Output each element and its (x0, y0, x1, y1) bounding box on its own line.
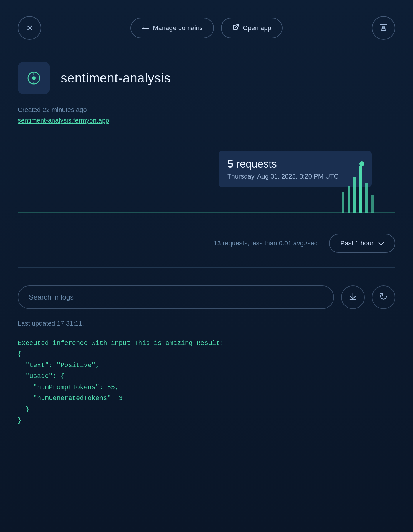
last-updated-text: Last updated 17:31:11. (18, 320, 395, 327)
open-app-label: Open app (243, 24, 271, 32)
open-app-button[interactable]: Open app (221, 18, 283, 38)
section-divider (18, 267, 395, 268)
page-container: ✕ Manage domains (0, 0, 413, 532)
chart-graph (18, 160, 395, 219)
svg-rect-12 (359, 166, 362, 213)
svg-point-3 (143, 27, 144, 28)
log-output: Executed inference with input This is am… (18, 338, 395, 426)
app-header: sentiment-analysis (18, 62, 395, 94)
delete-button[interactable] (372, 16, 395, 40)
close-icon: ✕ (26, 23, 33, 33)
manage-domains-label: Manage domains (153, 24, 203, 32)
chevron-down-icon (378, 239, 384, 247)
app-meta: Created 22 minutes ago sentiment-analysi… (18, 106, 395, 124)
app-url-link[interactable]: sentiment-analysis.fermyon.app (18, 117, 109, 124)
timeframe-dropdown[interactable]: Past 1 hour (329, 234, 395, 253)
close-button[interactable]: ✕ (18, 16, 41, 40)
svg-point-15 (359, 161, 364, 166)
svg-rect-13 (365, 183, 368, 213)
download-icon (349, 292, 357, 303)
timeframe-label: Past 1 hour (340, 239, 374, 247)
refresh-button[interactable] (372, 285, 395, 309)
refresh-icon (379, 292, 388, 303)
svg-point-5 (32, 76, 36, 80)
created-text: Created 22 minutes ago (18, 106, 395, 114)
stats-bar: 13 requests, less than 0.01 avg./sec Pas… (18, 219, 395, 267)
logs-controls (18, 285, 395, 309)
stats-summary: 13 requests, less than 0.01 avg./sec (214, 239, 317, 247)
svg-rect-10 (348, 186, 350, 213)
download-button[interactable] (341, 285, 365, 309)
svg-rect-14 (371, 195, 374, 213)
svg-point-2 (143, 25, 144, 26)
manage-domains-button[interactable]: Manage domains (130, 18, 214, 38)
manage-domains-icon (142, 24, 149, 32)
svg-rect-9 (342, 192, 344, 213)
toolbar: ✕ Manage domains (18, 18, 395, 38)
search-input[interactable] (29, 293, 323, 301)
delete-icon (379, 22, 388, 34)
chart-area: 5requests Thursday, Aug 31, 2023, 3:20 P… (18, 142, 395, 219)
toolbar-center: Manage domains Open app (130, 18, 282, 38)
app-title: sentiment-analysis (61, 71, 171, 85)
app-icon (18, 62, 50, 94)
open-app-icon (232, 24, 239, 32)
search-input-wrap[interactable] (18, 285, 334, 309)
svg-rect-11 (353, 177, 356, 213)
